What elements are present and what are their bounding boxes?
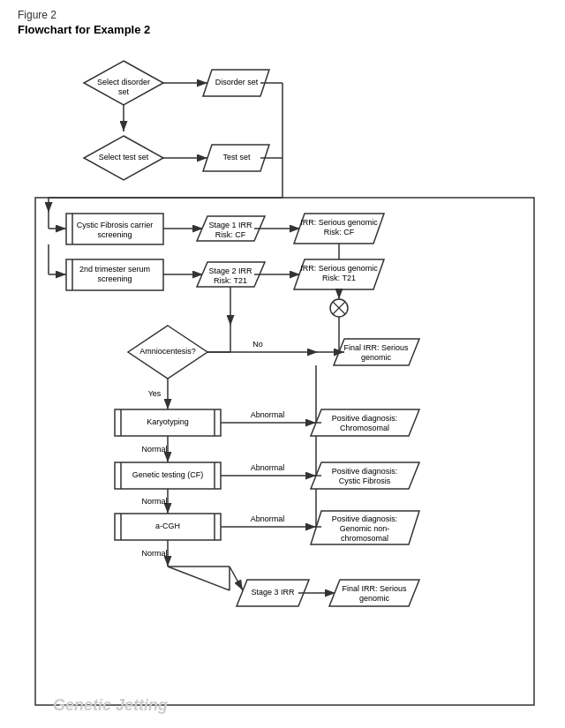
stage1-text1: Stage 1 IRR <box>208 221 252 229</box>
acgh-text: a-CGH <box>155 522 180 530</box>
trimester-text1: 2nd trimester serum <box>79 265 150 274</box>
brand-text: Genetic Jetting <box>53 696 168 715</box>
test-set-text: Test set <box>222 153 251 161</box>
stage2-text2: Risk: T21 <box>214 276 247 285</box>
pos-genomic-text1: Positive diagnosis: <box>332 514 398 523</box>
stage1-text2: Risk: CF <box>215 230 246 239</box>
line-to-stage3 <box>168 567 230 590</box>
genetic-normal-label: Normal <box>141 497 167 506</box>
disorder-set-text: Disorder set <box>215 78 259 86</box>
page: Figure 2 Flowchart for Example 2 Select … <box>0 0 565 728</box>
irr-cf-text2: Risk: CF <box>324 228 355 236</box>
arrow-stage3 <box>230 567 243 590</box>
genetic-text: Genetic testing (CF) <box>132 470 204 479</box>
pos-genomic-text2: Genomic non- <box>340 524 390 533</box>
karyo-abnormal-label: Abnormal <box>251 410 285 419</box>
yes-label: Yes <box>148 389 162 398</box>
figure-title: Flowchart for Example 2 <box>18 23 547 36</box>
pos-cf-text2: Cystic Fibrosis <box>339 477 391 485</box>
amnio-text: Amniocentesis? <box>139 347 196 356</box>
pos-chromo-text1: Positive diagnosis: <box>332 414 398 423</box>
karyo-normal-label: Normal <box>141 445 167 454</box>
no-label: No <box>252 340 263 349</box>
final-irr2-text1: Final IRR: Serious <box>342 584 407 593</box>
cf-screening-text1: Cystic Fibrosis carrier <box>77 221 154 229</box>
acgh-normal-label: Normal <box>141 549 167 558</box>
pos-cf-text1: Positive diagnosis: <box>332 467 398 476</box>
select-disorder-text: Select disorder <box>97 78 150 86</box>
genetic-abnormal-label: Abnormal <box>251 463 285 472</box>
trimester-text2: screening <box>97 274 132 283</box>
pos-chromo-text2: Chromosomal <box>340 424 389 432</box>
final-irr2-text2: genomic <box>359 594 390 603</box>
pos-genomic-text3: chromosomal <box>341 534 388 543</box>
stage2-text1: Stage 2 IRR <box>208 266 252 275</box>
irr-cf-text1: IRR: Serious genomic <box>300 218 378 227</box>
irr-t21-text2: Risk: T21 <box>322 274 356 282</box>
acgh-abnormal-label: Abnormal <box>251 514 285 523</box>
select-test-text: Select test set <box>99 153 149 161</box>
irr-t21-text1: IRR: Serious genomic <box>300 264 378 273</box>
flowchart: Select disorder set Disorder set Select … <box>18 43 547 723</box>
select-disorder-text2: set <box>118 87 130 96</box>
stage3-text: Stage 3 IRR <box>251 588 295 597</box>
cf-screening-text2: screening <box>97 230 132 239</box>
final-irr1-text2: genomic <box>361 353 392 362</box>
figure-label: Figure 2 <box>18 9 547 21</box>
final-irr1-text1: Final IRR: Serious <box>343 343 409 352</box>
karyotyping-text: Karyotyping <box>147 417 189 426</box>
